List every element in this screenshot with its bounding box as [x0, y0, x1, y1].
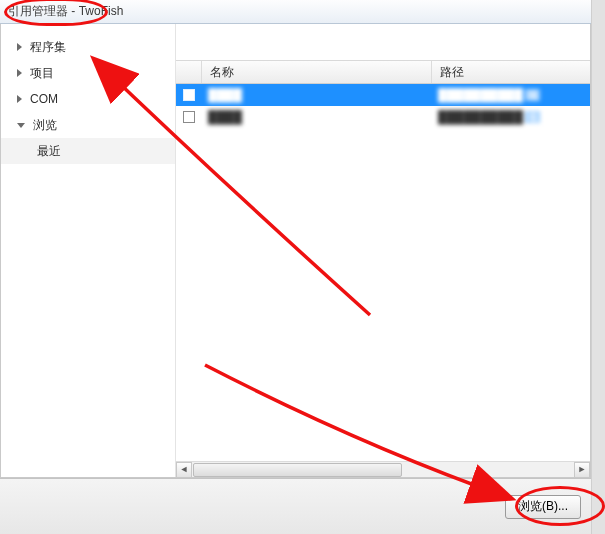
chevron-right-icon	[17, 69, 22, 77]
chevron-right-icon	[17, 43, 22, 51]
footer: 浏览(B)...	[0, 478, 591, 534]
content: 名称 路径 ████ ██████████项 ████	[176, 24, 590, 477]
row-checkbox[interactable]	[176, 89, 202, 101]
horizontal-scrollbar[interactable]: ◄ ►	[176, 461, 590, 477]
chevron-right-icon: ►	[578, 465, 587, 474]
sidebar-item-com[interactable]: COM	[1, 86, 175, 112]
row-checkbox[interactable]	[176, 111, 202, 123]
scroll-right-button[interactable]: ►	[574, 462, 590, 478]
sidebar: 程序集 项目 COM 浏览 最近	[1, 24, 176, 477]
sidebar-item-label: 浏览	[33, 117, 57, 134]
scroll-track[interactable]	[193, 463, 573, 477]
browse-button[interactable]: 浏览(B)...	[505, 495, 581, 519]
titlebar: 引用管理器 - TwoFish	[0, 0, 591, 24]
chevron-left-icon: ◄	[180, 465, 189, 474]
grid-header-path-label: 路径	[440, 64, 464, 81]
chevron-right-icon	[17, 95, 22, 103]
grid-header-path[interactable]: 路径	[432, 61, 590, 83]
checkbox-icon	[183, 89, 195, 101]
checkbox-icon	[183, 111, 195, 123]
sidebar-item-label: 程序集	[30, 39, 66, 56]
grid-header-name-label: 名称	[210, 64, 234, 81]
row-path: ██████████项	[432, 88, 590, 103]
row-name: ████	[202, 110, 432, 124]
workspace: 程序集 项目 COM 浏览 最近 名称	[0, 24, 591, 478]
content-top-gap	[176, 24, 590, 60]
sidebar-item-browse-recent[interactable]: 最近	[1, 138, 175, 164]
grid-header: 名称 路径	[176, 60, 590, 84]
sidebar-item-label: 最近	[37, 143, 61, 160]
sidebar-item-assemblies[interactable]: 程序集	[1, 34, 175, 60]
window-title: 引用管理器 - TwoFish	[8, 3, 123, 20]
sidebar-item-projects[interactable]: 项目	[1, 60, 175, 86]
table-row[interactable]: ████ ██████████项	[176, 84, 590, 106]
sidebar-item-browse[interactable]: 浏览	[1, 112, 175, 138]
row-name: ████	[202, 88, 432, 102]
scroll-thumb[interactable]	[193, 463, 402, 477]
grid-body: ████ ██████████项 ████ ██████████项	[176, 84, 590, 477]
window-right-edge	[591, 0, 605, 534]
sidebar-item-label: COM	[30, 92, 58, 106]
grid-header-name[interactable]: 名称	[202, 61, 432, 83]
sidebar-item-label: 项目	[30, 65, 54, 82]
chevron-down-icon	[17, 123, 25, 128]
table-row[interactable]: ████ ██████████项	[176, 106, 590, 128]
scroll-left-button[interactable]: ◄	[176, 462, 192, 478]
browse-button-label: 浏览(B)...	[518, 498, 568, 515]
grid-header-check[interactable]	[176, 61, 202, 83]
row-path: ██████████项	[432, 110, 590, 125]
